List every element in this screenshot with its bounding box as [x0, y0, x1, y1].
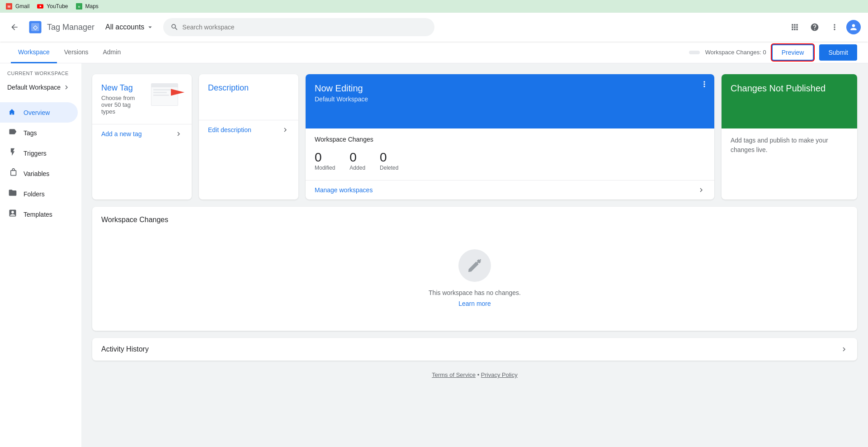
- sidebar-item-folders[interactable]: Folders: [0, 184, 78, 204]
- workspace-changes-panel-title: Workspace Changes: [101, 216, 848, 224]
- sidebar-item-label-triggers: Triggers: [24, 150, 47, 157]
- sidebar: CURRENT WORKSPACE Default Workspace Over…: [0, 63, 81, 447]
- footer-dot: •: [477, 371, 480, 378]
- description-card: Description Edit description: [199, 74, 298, 200]
- now-editing-subtitle: Default Workspace: [315, 95, 705, 103]
- add-new-tag-link[interactable]: Add a new tag: [92, 124, 192, 143]
- maps-tab[interactable]: M Maps: [75, 3, 99, 10]
- new-tag-subtitle: Choose from over 50 tag types: [101, 95, 146, 115]
- tag-illustration: [151, 83, 183, 110]
- stat-added-label: Added: [349, 165, 365, 171]
- now-editing-body: Workspace Changes 0 Modified 0 Added 0 D: [306, 128, 714, 180]
- account-selector[interactable]: All accounts: [102, 20, 158, 34]
- svg-text:M: M: [8, 5, 10, 9]
- manage-workspaces-link[interactable]: Manage workspaces: [306, 180, 714, 200]
- tag-arrow-icon: [171, 88, 184, 98]
- search-icon: [170, 23, 179, 31]
- gmail-icon: M: [5, 3, 13, 10]
- nav-tab-right: Workspace Changes: 0 Preview Submit: [689, 44, 857, 61]
- search-bar: [163, 18, 434, 36]
- sidebar-nav: Overview Tags Triggers Variables: [0, 102, 81, 224]
- more-button[interactable]: [826, 19, 843, 35]
- more-vert-icon: [830, 23, 839, 32]
- maps-icon: M: [75, 3, 83, 10]
- browser-bar: M Gmail YouTube M Maps: [0, 0, 868, 13]
- sidebar-item-templates[interactable]: Templates: [0, 204, 78, 224]
- workspace-selector[interactable]: Default Workspace: [0, 80, 78, 95]
- chevron-right-small-icon: [175, 130, 183, 138]
- new-tag-content: New Tag Choose from over 50 tag types: [101, 83, 146, 115]
- cards-row: New Tag Choose from over 50 tag types: [92, 74, 857, 200]
- home-icon: [7, 107, 18, 118]
- svg-text:M: M: [78, 5, 80, 8]
- submit-button[interactable]: Submit: [819, 44, 857, 61]
- user-icon: [849, 23, 858, 32]
- layout: CURRENT WORKSPACE Default Workspace Over…: [0, 63, 868, 447]
- workspace-name: Default Workspace: [7, 84, 61, 91]
- sidebar-item-overview[interactable]: Overview: [0, 102, 78, 123]
- workspace-changes-panel: Workspace Changes This workspace has no …: [92, 207, 857, 331]
- privacy-link[interactable]: Privacy Policy: [481, 371, 518, 378]
- help-icon: [810, 23, 819, 32]
- stat-modified-value: 0: [315, 150, 335, 165]
- chevron-down-icon: [146, 23, 154, 31]
- edit-description-label: Edit description: [208, 126, 251, 133]
- help-button[interactable]: [807, 19, 823, 35]
- description-title: Description: [199, 74, 298, 120]
- avatar[interactable]: [846, 20, 861, 34]
- template-icon: [7, 209, 18, 220]
- activity-history-title: Activity History: [101, 345, 149, 353]
- stat-added-value: 0: [349, 150, 365, 165]
- label-icon: [7, 127, 18, 138]
- changes-not-published-body: Add tags and publish to make your change…: [722, 128, 857, 200]
- add-new-tag-label: Add a new tag: [101, 130, 142, 138]
- gmail-tab-label: Gmail: [15, 3, 29, 10]
- terms-link[interactable]: Terms of Service: [432, 371, 476, 378]
- workspace-toggle[interactable]: [689, 51, 700, 54]
- tab-versions[interactable]: Versions: [57, 42, 96, 63]
- new-tag-title: New Tag: [101, 83, 146, 93]
- grid-icon: [790, 23, 799, 32]
- folder-icon: [7, 188, 18, 200]
- changes-description: Add tags and publish to make your change…: [731, 136, 848, 155]
- svg-line-10: [469, 260, 481, 272]
- sidebar-item-variables[interactable]: Variables: [0, 163, 78, 184]
- workspace-changes-section-title: Workspace Changes: [315, 136, 705, 143]
- edit-description-link[interactable]: Edit description: [199, 120, 298, 139]
- tab-admin[interactable]: Admin: [95, 42, 128, 63]
- briefcase-icon: [7, 168, 18, 179]
- sidebar-item-tags[interactable]: Tags: [0, 123, 78, 143]
- search-input[interactable]: [182, 24, 427, 31]
- sidebar-item-triggers[interactable]: Triggers: [0, 143, 78, 163]
- empty-state-text: This workspace has no changes.: [429, 289, 521, 296]
- tab-workspace[interactable]: Workspace: [11, 42, 57, 63]
- empty-state: This workspace has no changes. Learn mor…: [101, 235, 848, 322]
- maps-tab-label: Maps: [85, 3, 99, 10]
- chevron-right-icon: [62, 83, 71, 91]
- flash-icon: [7, 147, 18, 159]
- grid-button[interactable]: [787, 19, 803, 35]
- header-right: [787, 19, 861, 35]
- app-header: ◇ Tag Manager All accounts: [0, 13, 868, 42]
- workspace-changes-label: Workspace Changes: 0: [705, 49, 766, 56]
- app-name: Tag Manager: [47, 23, 94, 32]
- activity-history-panel[interactable]: Activity History: [92, 338, 857, 361]
- youtube-tab[interactable]: YouTube: [37, 3, 68, 10]
- changes-stats: 0 Modified 0 Added 0 Deleted: [315, 150, 705, 171]
- now-editing-menu-button[interactable]: [700, 80, 709, 91]
- gtm-logo-icon: ◇: [27, 19, 43, 35]
- preview-button[interactable]: Preview: [772, 44, 814, 61]
- new-tag-card-body: New Tag Choose from over 50 tag types: [92, 74, 192, 124]
- sidebar-item-label-folders: Folders: [24, 190, 45, 198]
- changes-not-published-title: Changes Not Published: [731, 83, 848, 94]
- svg-text:◇: ◇: [33, 24, 38, 31]
- manage-workspaces-label: Manage workspaces: [315, 186, 373, 194]
- chevron-right-workspace-icon: [697, 186, 705, 194]
- learn-more-link[interactable]: Learn more: [458, 300, 491, 307]
- empty-icon: [458, 249, 491, 282]
- gmail-tab[interactable]: M Gmail: [5, 3, 29, 10]
- now-editing-header: Now Editing Default Workspace: [306, 74, 714, 128]
- account-selector-label: All accounts: [105, 23, 144, 31]
- stat-modified-label: Modified: [315, 165, 335, 171]
- back-button[interactable]: [7, 20, 22, 34]
